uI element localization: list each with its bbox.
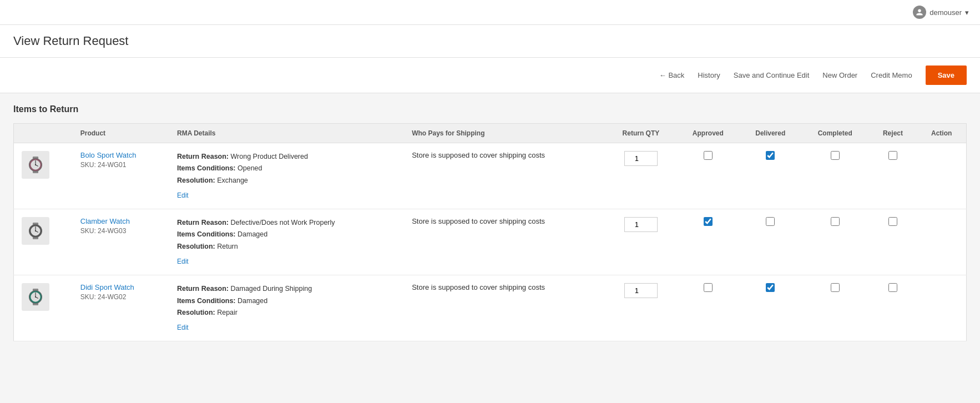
rma-edit-link[interactable]: Edit — [177, 256, 396, 267]
return-reason-label: Return Reason: — [177, 153, 229, 160]
col-completed: Completed — [801, 124, 869, 143]
save-button[interactable]: Save — [926, 66, 967, 85]
approved-checkbox[interactable] — [704, 217, 713, 226]
approved-checkbox[interactable] — [704, 283, 713, 292]
return-reason-label: Return Reason: — [177, 219, 229, 226]
delivered-cell — [740, 275, 801, 341]
product-image-cell — [14, 143, 73, 209]
delivered-checkbox[interactable] — [766, 217, 775, 226]
product-name-link[interactable]: Didi Sport Watch — [80, 283, 161, 291]
back-button[interactable]: ← Back — [659, 71, 685, 79]
qty-input[interactable] — [624, 151, 658, 166]
reject-checkbox[interactable] — [888, 151, 897, 160]
approved-cell — [676, 209, 740, 275]
resolution-label: Resolution: — [177, 177, 215, 184]
page-title: View Return Request — [13, 34, 967, 48]
return-reason-label: Return Reason: — [177, 285, 229, 293]
dropdown-icon: ▾ — [965, 8, 969, 17]
delivered-checkbox[interactable] — [766, 151, 775, 160]
table-header-row: Product RMA Details Who Pays for Shippin… — [14, 124, 967, 143]
table-row: Bolo Sport Watch SKU: 24-WG01 Return Rea… — [14, 143, 967, 209]
col-product-label: Product — [73, 124, 169, 143]
delivered-cell — [740, 143, 801, 209]
product-info-cell: Clamber Watch SKU: 24-WG03 — [73, 209, 169, 275]
col-qty: Return QTY — [605, 124, 676, 143]
svg-point-6 — [35, 164, 36, 165]
content-area: Items to Return Product RMA Details Who … — [0, 93, 980, 352]
reject-checkbox[interactable] — [888, 283, 897, 292]
product-name-link[interactable]: Clamber Watch — [80, 217, 161, 225]
approved-checkbox[interactable] — [704, 151, 713, 160]
col-product — [14, 124, 73, 143]
credit-memo-button[interactable]: Credit Memo — [871, 71, 912, 79]
items-table: Product RMA Details Who Pays for Shippin… — [13, 123, 967, 341]
completed-cell — [801, 143, 869, 209]
action-cell — [917, 275, 966, 341]
resolution-label: Resolution: — [177, 243, 215, 250]
rma-edit-link[interactable]: Edit — [177, 190, 396, 201]
product-image-cell — [14, 275, 73, 341]
rma-edit-link[interactable]: Edit — [177, 322, 396, 333]
col-reject: Reject — [869, 124, 917, 143]
table-row: Clamber Watch SKU: 24-WG03 Return Reason… — [14, 209, 967, 275]
shipping-text: Store is supposed to cover shipping cost… — [412, 217, 545, 225]
product-sku: SKU: 24-WG02 — [80, 293, 127, 301]
user-avatar-icon — [913, 6, 926, 19]
items-conditions-label: Items Conditions: — [177, 230, 236, 238]
col-action: Action — [917, 124, 966, 143]
new-order-button[interactable]: New Order — [822, 71, 857, 79]
completed-cell — [801, 209, 869, 275]
qty-input[interactable] — [624, 283, 658, 298]
col-delivered: Delivered — [740, 124, 801, 143]
reject-checkbox[interactable] — [888, 217, 897, 226]
shipping-cell: Store is supposed to cover shipping cost… — [404, 209, 605, 275]
product-name-link[interactable]: Bolo Sport Watch — [80, 151, 161, 159]
section-title: Items to Return — [13, 104, 967, 114]
items-conditions-label: Items Conditions: — [177, 164, 236, 172]
shipping-text: Store is supposed to cover shipping cost… — [412, 151, 545, 159]
shipping-cell: Store is supposed to cover shipping cost… — [404, 275, 605, 341]
items-conditions-label: Items Conditions: — [177, 297, 236, 305]
completed-checkbox[interactable] — [831, 283, 840, 292]
rma-details-cell: Return Reason: Defective/Does not Work P… — [169, 209, 404, 275]
product-image — [22, 283, 49, 311]
product-image — [22, 217, 49, 245]
history-button[interactable]: History — [698, 71, 720, 79]
product-image-cell — [14, 209, 73, 275]
page-header: View Return Request — [0, 25, 980, 58]
reject-cell — [869, 209, 917, 275]
rma-details: Return Reason: Wrong Product Delivered I… — [177, 151, 396, 201]
completed-cell — [801, 275, 869, 341]
save-continue-button[interactable]: Save and Continue Edit — [734, 71, 810, 79]
delivered-checkbox[interactable] — [766, 283, 775, 292]
product-sku: SKU: 24-WG03 — [80, 227, 127, 235]
qty-cell — [605, 209, 676, 275]
qty-input[interactable] — [624, 217, 658, 232]
action-cell — [917, 143, 966, 209]
rma-details: Return Reason: Defective/Does not Work P… — [177, 217, 396, 267]
product-image — [22, 151, 49, 179]
shipping-cell: Store is supposed to cover shipping cost… — [404, 143, 605, 209]
table-row: Didi Sport Watch SKU: 24-WG02 Return Rea… — [14, 275, 967, 341]
completed-checkbox[interactable] — [831, 151, 840, 160]
user-menu[interactable]: demouser ▾ — [913, 6, 969, 19]
rma-details-cell: Return Reason: Damaged During Shipping I… — [169, 275, 404, 341]
completed-checkbox[interactable] — [831, 217, 840, 226]
svg-point-20 — [35, 296, 36, 298]
reject-cell — [869, 275, 917, 341]
username-label: demouser — [930, 8, 962, 17]
rma-details: Return Reason: Damaged During Shipping I… — [177, 283, 396, 333]
action-cell — [917, 209, 966, 275]
approved-cell — [676, 275, 740, 341]
rma-details-cell: Return Reason: Wrong Product Delivered I… — [169, 143, 404, 209]
product-info-cell: Didi Sport Watch SKU: 24-WG02 — [73, 275, 169, 341]
shipping-text: Store is supposed to cover shipping cost… — [412, 283, 545, 291]
col-rma: RMA Details — [169, 124, 404, 143]
reject-cell — [869, 143, 917, 209]
resolution-label: Resolution: — [177, 309, 215, 316]
col-approved: Approved — [676, 124, 740, 143]
qty-cell — [605, 143, 676, 209]
top-bar: demouser ▾ — [0, 0, 980, 25]
action-bar: ← Back History Save and Continue Edit Ne… — [0, 58, 980, 93]
col-shipping: Who Pays for Shipping — [404, 124, 605, 143]
